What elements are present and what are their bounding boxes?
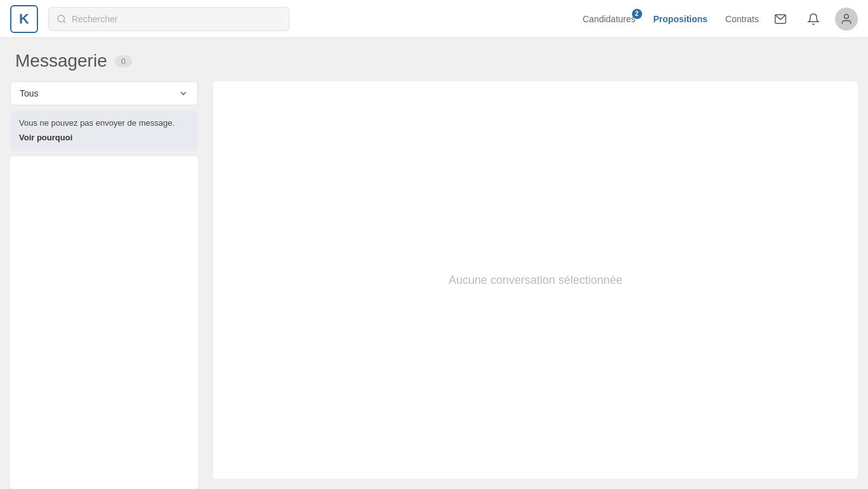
filter-dropdown[interactable]: Tous	[10, 81, 198, 105]
nav-links: Candidatures 2 Propositions Contrats	[582, 14, 759, 24]
svg-point-3	[845, 14, 849, 18]
search-input[interactable]	[72, 14, 281, 24]
svg-point-0	[58, 15, 65, 22]
candidatures-badge: 2	[632, 9, 642, 19]
nav-link-candidatures[interactable]: Candidatures 2	[582, 14, 635, 24]
info-banner: Vous ne pouvez pas envoyer de message. V…	[10, 111, 198, 151]
chevron-down-icon	[178, 88, 188, 98]
search-icon	[56, 14, 67, 24]
bell-icon	[807, 13, 820, 25]
page-title: Messagerie	[15, 51, 107, 71]
info-banner-link[interactable]: Voir pourquoi	[19, 133, 189, 142]
nav-icons	[769, 8, 858, 30]
right-panel: Aucune conversation sélectionnée	[213, 81, 858, 479]
left-panel: Tous Vous ne pouvez pas envoyer de messa…	[0, 81, 208, 489]
filter-label: Tous	[20, 88, 39, 98]
conversation-list	[10, 156, 198, 489]
search-wrapper	[48, 7, 289, 31]
page-header: Messagerie 0	[0, 38, 868, 81]
navbar: K Candidatures 2 Propositions Contrats	[0, 0, 868, 38]
user-icon	[840, 13, 853, 25]
logo-letter: K	[19, 11, 29, 27]
nav-link-contrats[interactable]: Contrats	[725, 14, 759, 24]
mail-button[interactable]	[769, 8, 792, 30]
main: Messagerie 0 Tous Vous ne pouvez pas env…	[0, 38, 868, 489]
mail-icon	[774, 13, 787, 25]
info-banner-text: Vous ne pouvez pas envoyer de message.	[19, 118, 189, 128]
nav-link-propositions[interactable]: Propositions	[654, 14, 708, 24]
empty-state-text: Aucune conversation sélectionnée	[449, 274, 622, 287]
content-area: Tous Vous ne pouvez pas envoyer de messa…	[0, 81, 868, 489]
page-badge: 0	[115, 55, 132, 67]
avatar-button[interactable]	[835, 8, 858, 30]
bell-button[interactable]	[802, 8, 825, 30]
svg-line-1	[63, 21, 65, 23]
logo[interactable]: K	[10, 5, 38, 33]
